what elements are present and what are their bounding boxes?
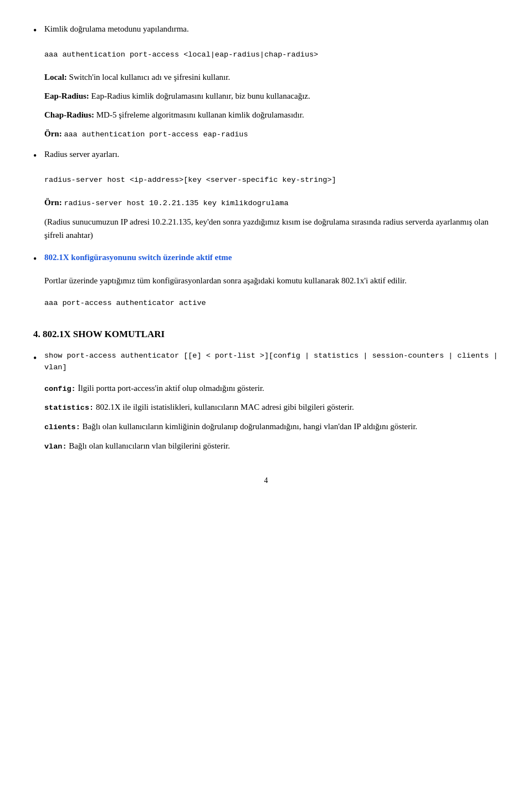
- local-desc: Switch'in local kullanıcı adı ve şifresi…: [69, 73, 231, 82]
- chap-description: Chap-Radius: MD-5 şifreleme algoritmasın…: [44, 108, 499, 121]
- chap-desc: MD-5 şifreleme algoritmasını kullanan ki…: [96, 110, 304, 119]
- statistics-desc: 802.1X ile ilgili istatislikleri, kullan…: [96, 403, 354, 411]
- orn-aaa: Örn: aaa authentication port-access eap-…: [44, 127, 499, 141]
- section4-heading: 4. 802.1X SHOW KOMUTLARI: [33, 327, 499, 342]
- orn-label-1: Örn:: [44, 129, 62, 138]
- show-command: show port-access authenticator [[e] < po…: [44, 350, 499, 374]
- page-number: 4: [33, 475, 499, 487]
- radius-command-block: radius-server host <ip-address>[key <ser…: [44, 174, 499, 186]
- statistics-label: statistics:: [44, 404, 94, 412]
- show-command-bullet: • show port-access authenticator [[e] < …: [33, 350, 499, 374]
- bullet-text-1: Kimlik doğrulama metodunu yapılandırma.: [44, 22, 499, 35]
- clients-description: clients: Bağlı olan kullanıcıların kimli…: [44, 420, 499, 434]
- paren-text: (Radius sunucumuzun IP adresi 10.2.21.13…: [44, 215, 499, 242]
- page-content: • Kimlik doğrulama metodunu yapılandırma…: [33, 22, 499, 487]
- config-label: config:: [44, 385, 76, 393]
- config-desc: İlgili portta port-access'in aktif olup …: [78, 384, 264, 393]
- aaa-command-block: aaa authentication port-access <local|ea…: [44, 49, 499, 61]
- config-description: config: İlgili portta port-access'in akt…: [44, 381, 499, 395]
- eap-desc: Eap-Radius kimlik doğrulamasını kullanır…: [91, 91, 310, 100]
- orn-radius: Örn: radius-server host 10.2.21.135 key …: [44, 196, 499, 210]
- orn-command-2: radius-server host 10.2.21.135 key kimli…: [64, 199, 288, 207]
- aaa-command: aaa authentication port-access <local|ea…: [44, 50, 318, 59]
- bullet3-desc: Portlar üzerinde yaptığımız tüm konfigür…: [44, 274, 499, 287]
- chap-label: Chap-Radius:: [44, 110, 94, 119]
- bullet-text-3: 802.1X konfigürasyonunu switch üzerinde …: [44, 251, 499, 264]
- active-command: aaa port-access authenticator active: [44, 299, 206, 307]
- bullet-icon-2: •: [33, 148, 44, 164]
- eap-label: Eap-Radius:: [44, 91, 89, 100]
- bullet-icon-show: •: [33, 350, 44, 367]
- local-description: Local: Switch'in local kullanıcı adı ve …: [44, 70, 499, 84]
- local-label: Local:: [44, 73, 67, 82]
- bullet-item-2: • Radius server ayarları.: [33, 147, 499, 164]
- bullet-item-3: • 802.1X konfigürasyonunu switch üzerind…: [33, 251, 499, 267]
- statistics-description: statistics: 802.1X ile ilgili istatislik…: [44, 400, 499, 414]
- clients-desc: Bağlı olan kullanıcıların kimliğinin doğ…: [83, 422, 418, 431]
- orn-label-2: Örn:: [44, 198, 62, 207]
- vlan-desc: Bağlı olan kullanıcıların vlan bilgileri…: [69, 441, 230, 450]
- radius-command: radius-server host <ip-address>[key <ser…: [44, 176, 336, 184]
- vlan-label: vlan:: [44, 442, 67, 451]
- bullet-icon-1: •: [33, 23, 44, 39]
- dot1x-aktif-link: 802.1X konfigürasyonunu switch üzerinde …: [44, 253, 232, 262]
- vlan-description: vlan: Bağlı olan kullanıcıların vlan bil…: [44, 439, 499, 453]
- bullet-text-2: Radius server ayarları.: [44, 147, 499, 161]
- bullet-icon-3: •: [33, 251, 44, 267]
- active-command-block: aaa port-access authenticator active: [44, 297, 499, 309]
- orn-command-1: aaa authentication port-access eap-radiu…: [64, 130, 248, 139]
- clients-label: clients:: [44, 423, 80, 431]
- eap-description: Eap-Radius: Eap-Radius kimlik doğrulamas…: [44, 89, 499, 103]
- bullet-item-1: • Kimlik doğrulama metodunu yapılandırma…: [33, 22, 499, 39]
